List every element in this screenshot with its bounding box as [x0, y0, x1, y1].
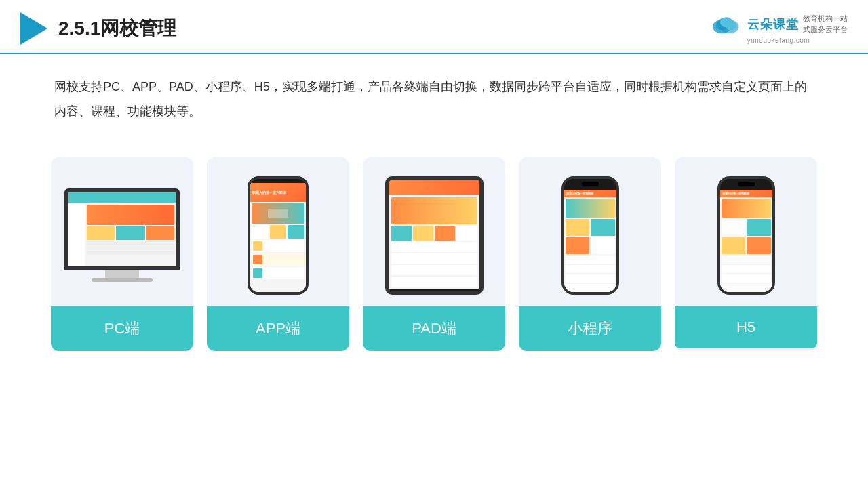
logo-tagline: 教育机构一站式服务云平台 — [803, 14, 848, 35]
page-title: 2.5.1网校管理 — [58, 16, 176, 41]
logo-cloud: 云朵课堂 教育机构一站式服务云平台 — [709, 14, 848, 35]
cards-container: PC端 职通人的第一堂判断课 — [0, 137, 868, 371]
cloud-logo-icon — [709, 14, 743, 35]
card-pad-label: PAD端 — [363, 306, 505, 351]
card-h5-image: 职通人的第一堂判断课 — [675, 157, 817, 306]
card-miniprogram: 职通人的第一堂判断课 — [519, 157, 661, 351]
card-app: 职通人的第一堂判断课 — [207, 157, 349, 351]
card-app-label: APP端 — [207, 306, 349, 351]
card-h5-label: H5 — [675, 306, 817, 348]
play-icon — [20, 12, 47, 45]
pc-mockup — [64, 188, 180, 282]
card-app-image: 职通人的第一堂判断课 — [207, 157, 349, 306]
mini-phone-mockup-2: 职通人的第一堂判断课 — [717, 176, 775, 295]
card-pc-image — [51, 157, 193, 306]
logo-text-en: yunduoketang.com — [747, 37, 810, 44]
svg-point-5 — [720, 17, 732, 27]
card-pc-label: PC端 — [51, 306, 193, 351]
mini-phone-mockup-1: 职通人的第一堂判断课 — [561, 176, 619, 295]
logo-text-cn: 云朵课堂 — [747, 16, 799, 33]
tablet-mockup — [385, 176, 484, 295]
card-h5: 职通人的第一堂判断课 — [675, 157, 817, 351]
card-pc: PC端 — [51, 157, 193, 351]
phone-mockup: 职通人的第一堂判断课 — [248, 176, 309, 295]
header: 2.5.1网校管理 云朵课堂 教育机构一站式服务云平台 yunduoketang… — [0, 0, 868, 54]
header-left: 2.5.1网校管理 — [20, 12, 176, 45]
pc-monitor — [64, 188, 180, 270]
logo-area: 云朵课堂 教育机构一站式服务云平台 yunduoketang.com — [709, 14, 848, 44]
description-text: 网校支持PC、APP、PAD、小程序、H5，实现多端打通，产品各终端自由切换，数… — [0, 54, 868, 130]
card-pad-image — [363, 157, 505, 306]
card-pad: PAD端 — [363, 157, 505, 351]
card-miniprogram-image: 职通人的第一堂判断课 — [519, 157, 661, 306]
card-miniprogram-label: 小程序 — [519, 306, 661, 351]
